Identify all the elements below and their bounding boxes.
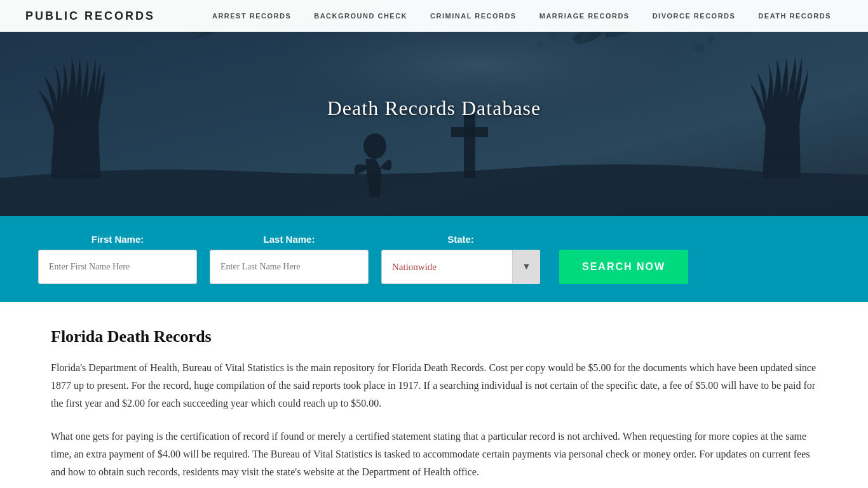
last-name-input[interactable] [210, 250, 369, 284]
hero-section: Death Records Database [0, 0, 868, 216]
content-paragraph-2: What one gets for paying is the certific… [51, 428, 817, 481]
last-name-field: Last Name: [210, 234, 369, 284]
nav-link-marriage-records[interactable]: MARRIAGE RECORDS [528, 12, 641, 20]
nav-links: ARREST RECORDSBACKGROUND CHECKCRIMINAL R… [201, 12, 843, 20]
navbar: PUBLIC RECORDS ARREST RECORDSBACKGROUND … [0, 0, 868, 32]
content-paragraph-1: Florida's Department of Health, Bureau o… [51, 359, 817, 412]
state-select[interactable]: NationwideAlabamaAlaskaArizonaArkansasCa… [381, 250, 540, 284]
nav-link-death-records[interactable]: DEATH RECORDS [747, 12, 843, 20]
site-logo[interactable]: PUBLIC RECORDS [25, 10, 155, 23]
search-section: First Name: Last Name: State: Nationwide… [0, 216, 868, 302]
content-heading: Florida Death Records [51, 327, 817, 346]
content-section: Florida Death Records Florida's Departme… [0, 302, 868, 488]
state-field: State: NationwideAlabamaAlaskaArizonaArk… [381, 234, 540, 284]
state-select-wrapper: NationwideAlabamaAlaskaArizonaArkansasCa… [381, 250, 540, 284]
state-label: State: [381, 234, 540, 245]
search-now-button[interactable]: SEARCH NOW [559, 250, 688, 284]
nav-link-background-check[interactable]: BACKGROUND CHECK [302, 12, 419, 20]
last-name-label: Last Name: [210, 234, 369, 245]
first-name-field: First Name: [38, 234, 197, 284]
nav-link-divorce-records[interactable]: DIVORCE RECORDS [641, 12, 747, 20]
hero-title: Death Records Database [327, 97, 541, 120]
first-name-input[interactable] [38, 250, 197, 284]
nav-link-arrest-records[interactable]: ARREST RECORDS [201, 12, 302, 20]
nav-link-criminal-records[interactable]: CRIMINAL RECORDS [419, 12, 528, 20]
first-name-label: First Name: [38, 234, 197, 245]
